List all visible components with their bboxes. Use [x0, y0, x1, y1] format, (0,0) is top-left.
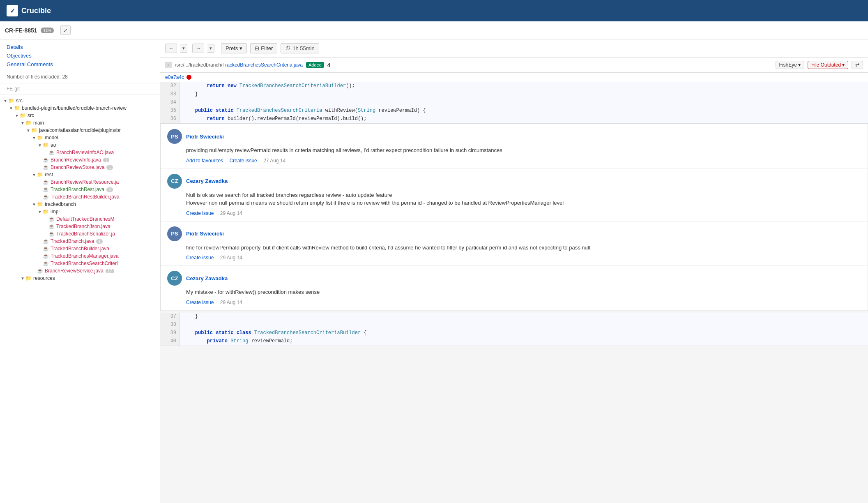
- chevron-down-icon: ▼: [26, 128, 31, 133]
- sidebar-item-details[interactable]: Details: [7, 43, 153, 51]
- java-file-icon: ☕: [43, 164, 49, 170]
- create-issue-link-4[interactable]: Create issue: [186, 300, 214, 305]
- tree-item-trackedbranchbuilder[interactable]: ▶ ☕ TrackedBranchBuilder.java: [0, 245, 160, 252]
- java-file-icon: ☕: [43, 238, 49, 244]
- filter-icon: ⊟: [255, 45, 259, 51]
- code-line-38: 38: [160, 321, 868, 329]
- chevron-down-icon: ▼: [21, 121, 25, 125]
- navigate-fwd-button[interactable]: →: [192, 44, 204, 53]
- tree-item-trackedbranchserializer[interactable]: ▶ ☕ TrackedBranchSerializer.ja: [0, 230, 160, 238]
- sidebar-nav: Details Objectives General Comments: [0, 39, 160, 72]
- add-to-favourites-link[interactable]: Add to favourites: [186, 158, 223, 164]
- sidebar-item-objectives[interactable]: Objectives: [7, 51, 153, 60]
- tree-item-branchreviewstore[interactable]: ▶ ☕ BranchReviewStore.java 1: [0, 164, 160, 171]
- create-issue-link-1[interactable]: Create issue: [229, 158, 257, 164]
- tree-item-branchreviewrestresource[interactable]: ▶ ☕ BranchReviewRestResource.ja: [0, 178, 160, 186]
- app-header: ✓ Crucible: [0, 0, 868, 21]
- java-file-icon: ☕: [43, 194, 49, 200]
- compare-icon: ⇄: [852, 61, 863, 69]
- tree-item-src2[interactable]: ▼ 📁 src: [0, 112, 160, 119]
- tree-item-trackedbranchessearchcriteri[interactable]: ▶ ☕ TrackedBranchesSearchCriteri: [0, 260, 160, 267]
- tree-item-trackedbranchjson[interactable]: ▶ ☕ TrackedBranchJson.java: [0, 223, 160, 230]
- chevron-down-icon: ▼: [32, 173, 37, 177]
- java-file-icon: ☕: [43, 179, 49, 185]
- commit-hash[interactable]: e0a7a4c: [165, 74, 184, 80]
- comment-badge: 1: [106, 165, 113, 170]
- comment-body-2: Null is ok as we search for all tracked …: [186, 191, 861, 207]
- repo-label: FE-git: [0, 83, 160, 95]
- file-status-badge: Added: [306, 62, 324, 68]
- comment-actions-4: Create issue · 29 Aug 14: [186, 300, 861, 305]
- comment-author-4: Cezary Zawadka: [186, 275, 228, 281]
- java-file-icon: ☕: [37, 268, 44, 274]
- tree-item-trackedbranchrestbuilder[interactable]: ▶ ☕ TrackedBranchRestBuilder.java: [0, 193, 160, 201]
- timer-button[interactable]: ⏱ 1h 55min: [281, 43, 319, 53]
- tree-item-defaulttrackedbranchesm[interactable]: ▶ ☕ DefaultTrackedBranchesM: [0, 215, 160, 223]
- avatar-2: CZ: [167, 174, 182, 189]
- tree-item-trackedbranch[interactable]: ▶ ☕ TrackedBranch.java 1: [0, 238, 160, 245]
- comment-marker[interactable]: [186, 75, 191, 80]
- toolbar: ← ▾ → ▾ Prefs ▾ ⊟ Filter ⏱ 1h 55min: [160, 39, 868, 58]
- comment-actions-1: Add to favourites · Create issue · 27 Au…: [186, 158, 861, 164]
- java-file-icon: ☕: [43, 261, 49, 266]
- create-issue-link-3[interactable]: Create issue: [186, 255, 214, 261]
- comment-body-1: providing null/empty reviewPermaId resul…: [186, 146, 861, 155]
- comment-author-1: Piotr Swiecicki: [186, 134, 224, 140]
- folder-icon: 📁: [37, 135, 44, 141]
- comment-thread-3: PS Piotr Swiecicki fine for reviewPermaI…: [161, 222, 868, 266]
- tree-item-model[interactable]: ▼ 📁 model: [0, 134, 160, 141]
- commit-ref-bar: e0a7a4c: [160, 73, 868, 82]
- tree-item-bundled-plugins[interactable]: ▼ 📁 bundled-plugins/bundled/crucible-bra…: [0, 104, 160, 112]
- java-file-icon: ☕: [48, 231, 55, 237]
- folder-icon: 📁: [43, 209, 49, 215]
- sidebar-item-general-comments[interactable]: General Comments: [7, 60, 153, 69]
- java-file-icon: ☕: [43, 253, 49, 259]
- tree-item-rest[interactable]: ▼ 📁 rest: [0, 171, 160, 178]
- crucible-logo-icon: ✓: [7, 5, 18, 16]
- folder-icon: 📁: [20, 113, 26, 118]
- tree-item-trackedbranch-folder[interactable]: ▼ 📁 trackedbranch: [0, 201, 160, 208]
- comment-header-2: CZ Cezary Zawadka: [167, 174, 861, 189]
- file-path-prefix: /src/.../trackedbranch/: [175, 62, 222, 68]
- tree-item-trackedbranchesmanager[interactable]: ▶ ☕ TrackedBranchesManager.java: [0, 252, 160, 260]
- comment-body-3: fine for reviewPermaId property, but if …: [186, 244, 861, 252]
- navigate-back-dropdown-button[interactable]: ▾: [180, 44, 187, 53]
- create-issue-link-2[interactable]: Create issue: [186, 210, 214, 216]
- expand-button[interactable]: ⤢: [60, 25, 71, 35]
- comments-section: PS Piotr Swiecicki providing null/empty …: [160, 124, 868, 311]
- tree-item-src[interactable]: ▼ 📁 src: [0, 97, 160, 104]
- comment-badge: 1: [96, 239, 103, 244]
- navigate-back-button[interactable]: ←: [165, 44, 177, 53]
- filter-button[interactable]: ⊟ Filter: [250, 43, 277, 53]
- navigate-fwd-dropdown-button[interactable]: ▾: [207, 44, 214, 53]
- tree-item-main[interactable]: ▼ 📁 main: [0, 119, 160, 127]
- code-line-36: 36 return builder().reviewPermaId(review…: [160, 115, 868, 123]
- code-line-39: 39 public static class TrackedBranchesSe…: [160, 329, 868, 337]
- code-line-40: 40 private String reviewPermaId;: [160, 337, 868, 346]
- prefs-button[interactable]: Prefs ▾: [221, 43, 247, 53]
- chevron-down-icon: ▼: [9, 106, 14, 111]
- fisheye-label: FishEye: [779, 62, 797, 68]
- comment-badge: 17: [106, 269, 114, 273]
- tree-item-branchreviewinfao[interactable]: ▶ ☕ BranchReviewInfoAO.java: [0, 149, 160, 156]
- code-line-34: 34: [160, 99, 868, 107]
- tree-item-branchreviewinfo[interactable]: ▶ ☕ BranchReviewInfo.java 1: [0, 156, 160, 164]
- java-file-icon: ☕: [43, 246, 49, 252]
- tree-item-impl[interactable]: ▼ 📁 impl: [0, 208, 160, 215]
- tree-item-trackedbranchrest[interactable]: ▶ ☕ TrackedBranchRest.java 8: [0, 186, 160, 193]
- file-outdated-label: File Outdated: [811, 62, 841, 68]
- fisheye-button[interactable]: FishEye ▾: [776, 61, 804, 69]
- comment-date-3: 29 Aug 14: [220, 255, 242, 261]
- tree-item-resources[interactable]: ▼ 📁 resources: [0, 275, 160, 282]
- code-line-35: 35 public static TrackedBranchesSearchCr…: [160, 107, 868, 115]
- java-file-icon: J: [165, 62, 172, 68]
- tree-item-java-path[interactable]: ▼ 📁 java/com/atlassian/crucible/plugins/…: [0, 127, 160, 134]
- comment-author-3: Piotr Swiecicki: [186, 231, 224, 237]
- tree-item-ao[interactable]: ▼ 📁 ao: [0, 141, 160, 149]
- code-line-37: 37 }: [160, 313, 868, 321]
- file-outdated-button[interactable]: File Outdated ▾: [808, 61, 848, 69]
- file-link[interactable]: TrackedBranchesSearchCriteria.java: [222, 62, 303, 68]
- comment-header-3: PS Piotr Swiecicki: [167, 226, 861, 241]
- tree-item-branchreviewservice[interactable]: ▶ ☕ BranchReviewService.java 17: [0, 267, 160, 275]
- code-block-bottom: 37 } 38 39 public static class TrackedBr…: [160, 313, 868, 346]
